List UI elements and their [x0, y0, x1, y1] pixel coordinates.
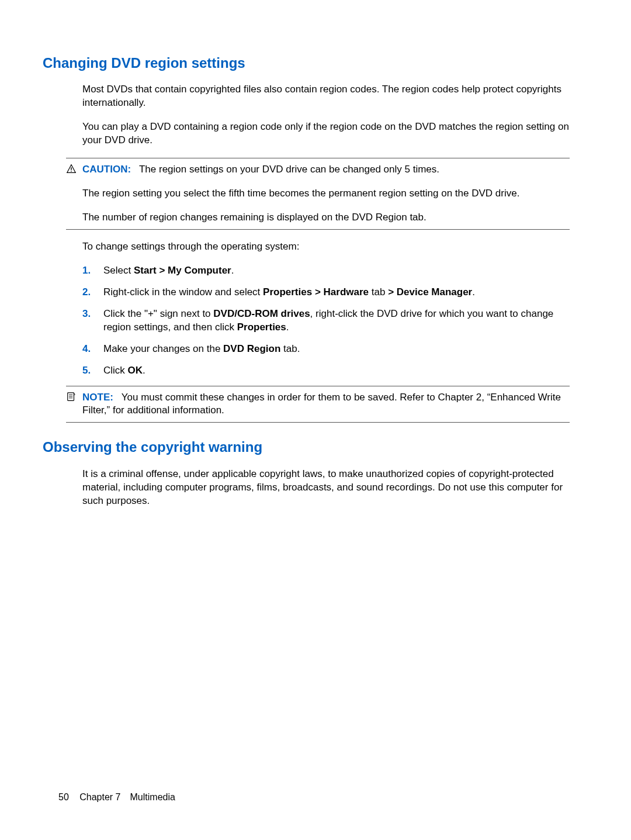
step-number: 1.	[82, 264, 103, 278]
note-label: NOTE:	[82, 392, 113, 403]
svg-rect-1	[71, 171, 71, 171]
caution-body: CAUTION: The region settings on your DVD…	[82, 163, 570, 224]
note-text: You must commit these changes in order f…	[82, 392, 561, 416]
caution-icon	[66, 164, 78, 175]
page-footer: 50 Chapter 7 Multimedia	[58, 791, 175, 804]
note-callout: NOTE: You must commit these changes in o…	[66, 386, 570, 423]
section-copyright-warning: Observing the copyright warning It is a …	[43, 438, 570, 507]
page-number: 50	[58, 791, 69, 804]
paragraph: To change settings through the operating…	[82, 240, 570, 254]
step-item: 5. Click OK.	[82, 364, 570, 378]
step-text: Click the "+" sign next to DVD/CD-ROM dr…	[103, 307, 570, 334]
caution-text: The region settings on your DVD drive ca…	[139, 164, 439, 175]
step-text: Select Start > My Computer.	[103, 264, 570, 278]
step-text: Make your changes on the DVD Region tab.	[103, 343, 570, 356]
caution-line: The number of region changes remaining i…	[82, 211, 570, 224]
step-item: 3. Click the "+" sign next to DVD/CD-ROM…	[82, 307, 570, 334]
paragraph: It is a criminal offense, under applicab…	[82, 468, 570, 508]
chapter-label: Chapter 7 Multimedia	[79, 792, 175, 802]
caution-callout: CAUTION: The region settings on your DVD…	[66, 158, 570, 230]
svg-rect-0	[71, 167, 71, 170]
step-text: Click OK.	[103, 364, 570, 378]
page-content: Changing DVD region settings Most DVDs t…	[0, 0, 631, 508]
paragraph: Most DVDs that contain copyrighted files…	[82, 83, 570, 110]
step-number: 4.	[82, 343, 103, 356]
body-block: To change settings through the operating…	[82, 240, 570, 254]
caution-line: CAUTION: The region settings on your DVD…	[82, 163, 570, 177]
note-icon	[66, 392, 78, 403]
step-item: 2. Right-click in the window and select …	[82, 286, 570, 299]
heading-copyright-warning: Observing the copyright warning	[43, 438, 570, 457]
ordered-steps: 1. Select Start > My Computer. 2. Right-…	[82, 264, 570, 378]
caution-label: CAUTION:	[82, 164, 131, 175]
body-block: It is a criminal offense, under applicab…	[82, 468, 570, 508]
heading-dvd-region: Changing DVD region settings	[43, 54, 570, 72]
note-body: NOTE: You must commit these changes in o…	[82, 391, 570, 418]
note-line: NOTE: You must commit these changes in o…	[82, 391, 570, 418]
section-dvd-region: Changing DVD region settings Most DVDs t…	[43, 54, 570, 423]
step-item: 4. Make your changes on the DVD Region t…	[82, 343, 570, 356]
step-text: Right-click in the window and select Pro…	[103, 286, 570, 299]
caution-line: The region setting you select the fifth …	[82, 187, 570, 201]
step-number: 2.	[82, 286, 103, 299]
step-item: 1. Select Start > My Computer.	[82, 264, 570, 278]
body-block: Most DVDs that contain copyrighted files…	[82, 83, 570, 147]
paragraph: You can play a DVD containing a region c…	[82, 120, 570, 147]
step-number: 5.	[82, 364, 103, 378]
step-number: 3.	[82, 307, 103, 334]
